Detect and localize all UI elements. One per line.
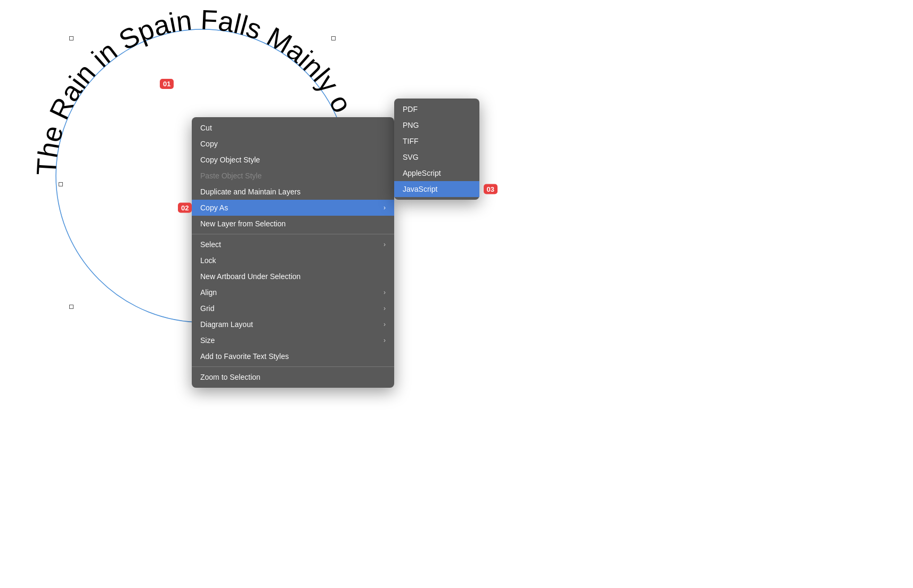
submenu-item-png[interactable]: PNG [394, 117, 479, 133]
submenu-item-javascript[interactable]: JavaScript 03 [394, 181, 479, 197]
menu-item-paste-object-style-label: Paste Object Style [200, 172, 262, 180]
submenu-item-applescript[interactable]: AppleScript [394, 165, 479, 181]
menu-item-align[interactable]: Align › [192, 284, 394, 300]
submenu-item-png-label: PNG [403, 121, 419, 129]
menu-item-copy[interactable]: Copy [192, 136, 394, 152]
submenu-item-svg-label: SVG [403, 153, 419, 161]
menu-item-zoom-selection[interactable]: Zoom to Selection [192, 369, 394, 385]
selection-handle-bl[interactable] [69, 305, 74, 309]
menu-item-new-layer[interactable]: New Layer from Selection [192, 216, 394, 232]
menu-item-add-favorite-label: Add to Favorite Text Styles [200, 352, 289, 361]
menu-item-cut-label: Cut [200, 124, 212, 132]
menu-item-paste-object-style: Paste Object Style [192, 168, 394, 184]
submenu-item-svg[interactable]: SVG [394, 149, 479, 165]
selection-handle-tr[interactable] [331, 36, 336, 40]
menu-item-copy-label: Copy [200, 140, 218, 148]
badge-01: 01 [160, 79, 174, 89]
selection-handle-ml[interactable] [59, 182, 63, 186]
menu-item-diagram-layout-label: Diagram Layout [200, 320, 253, 329]
menu-separator-2 [192, 366, 394, 367]
menu-item-cut[interactable]: Cut [192, 120, 394, 136]
align-arrow: › [384, 289, 386, 296]
menu-item-size-label: Size [200, 336, 215, 345]
submenu-item-javascript-label: JavaScript [403, 185, 437, 193]
submenu-copy-as: PDF PNG TIFF SVG AppleScript JavaScript … [394, 99, 479, 200]
menu-item-select-label: Select [200, 240, 221, 249]
menu-item-add-favorite[interactable]: Add to Favorite Text Styles [192, 348, 394, 364]
menu-item-size[interactable]: Size › [192, 332, 394, 348]
menu-item-grid-label: Grid [200, 304, 214, 313]
menu-item-copy-object-style-label: Copy Object Style [200, 156, 260, 164]
menu-item-new-artboard[interactable]: New Artboard Under Selection [192, 268, 394, 284]
select-arrow: › [384, 241, 386, 248]
badge-02: 02 [178, 203, 192, 213]
copy-as-arrow: › [384, 204, 386, 211]
menu-item-select[interactable]: Select › [192, 236, 394, 252]
menu-item-new-artboard-label: New Artboard Under Selection [200, 272, 300, 281]
menu-item-lock[interactable]: Lock [192, 252, 394, 268]
menu-item-copy-as-label: Copy As [200, 203, 228, 212]
submenu-item-tiff-label: TIFF [403, 137, 419, 145]
menu-item-align-label: Align [200, 288, 217, 297]
canvas: The Rain in Spain Falls Mainly o 01 Cut … [0, 0, 913, 588]
menu-item-new-layer-label: New Layer from Selection [200, 219, 286, 228]
context-menu: Cut Copy Copy Object Style Paste Object … [192, 117, 394, 388]
selection-handle-tl[interactable] [69, 36, 74, 40]
menu-item-duplicate-maintain[interactable]: Duplicate and Maintain Layers [192, 184, 394, 200]
menu-item-duplicate-maintain-label: Duplicate and Maintain Layers [200, 187, 300, 196]
submenu-item-pdf-label: PDF [403, 105, 418, 113]
menu-item-copy-object-style[interactable]: Copy Object Style [192, 152, 394, 168]
menu-separator-1 [192, 234, 394, 234]
menu-item-zoom-selection-label: Zoom to Selection [200, 373, 260, 381]
menu-item-copy-as[interactable]: 02 Copy As › [192, 200, 394, 216]
size-arrow: › [384, 337, 386, 344]
submenu-item-applescript-label: AppleScript [403, 169, 441, 177]
menu-item-diagram-layout[interactable]: Diagram Layout › [192, 316, 394, 332]
submenu-item-pdf[interactable]: PDF [394, 101, 479, 117]
diagram-layout-arrow: › [384, 321, 386, 328]
menu-item-lock-label: Lock [200, 256, 216, 265]
submenu-item-tiff[interactable]: TIFF [394, 133, 479, 149]
grid-arrow: › [384, 305, 386, 312]
badge-03: 03 [484, 184, 498, 194]
menu-item-grid[interactable]: Grid › [192, 300, 394, 316]
